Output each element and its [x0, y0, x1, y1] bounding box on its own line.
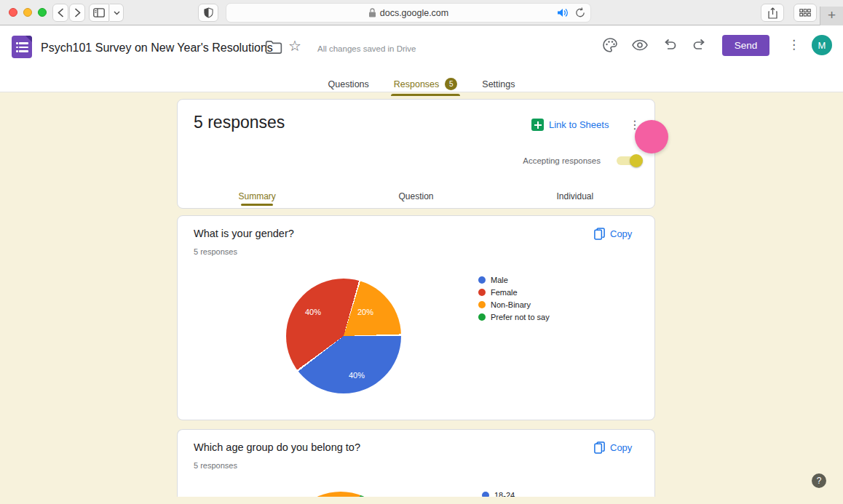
accepting-responses-label: Accepting responses [523, 156, 601, 165]
legend-item: Non-Binary [478, 300, 550, 309]
question-title: What is your gender? [194, 228, 294, 239]
share-icon [768, 7, 777, 19]
chevron-down-icon [114, 11, 120, 15]
send-button[interactable]: Send [722, 35, 769, 56]
new-tab-button[interactable]: + [820, 7, 843, 25]
address-bar[interactable]: docs.google.com [226, 3, 591, 23]
gender-legend: Male Female Non-Binary Prefer not to say [478, 276, 550, 321]
subtab-question[interactable]: Question [336, 185, 495, 208]
kebab-icon: ⋮ [788, 38, 800, 52]
toggle-knob [630, 154, 643, 167]
legend-dot-female [478, 289, 486, 296]
undo-icon[interactable] [661, 36, 678, 54]
browser-toolbar: docs.google.com [0, 0, 843, 25]
app-window: docs.google.com [0, 0, 843, 504]
question-card-gender: What is your gender? 5 responses Copy 40… [177, 215, 655, 420]
url-text: docs.google.com [380, 8, 449, 18]
forward-button[interactable] [69, 4, 85, 22]
link-to-sheets-button[interactable]: Link to Sheets [531, 119, 609, 131]
preview-eye-icon[interactable] [631, 36, 649, 54]
header-kebab-menu[interactable]: ⋮ [788, 37, 805, 55]
responses-panel: 5 responses Link to Sheets ⋮ Accepting r… [177, 99, 655, 209]
close-window-button[interactable] [9, 8, 17, 17]
form-title[interactable]: Psych101 Survey on New Year's Resolution… [41, 41, 273, 55]
forms-logo-icon[interactable] [12, 36, 32, 58]
back-button[interactable] [52, 4, 68, 22]
question-response-count: 5 responses [194, 461, 237, 470]
shield-icon [204, 7, 213, 18]
slice-label-nonbinary: 20% [349, 308, 381, 316]
copy-icon [594, 228, 605, 240]
active-subtab-underline [241, 204, 273, 206]
legend-dot-nonbinary [478, 301, 486, 308]
tab-overview-button[interactable] [793, 4, 817, 22]
subtab-individual[interactable]: Individual [496, 185, 654, 208]
question-card-age: Which age group do you belong to? 5 resp… [177, 429, 655, 504]
star-icon[interactable]: ☆ [288, 37, 306, 55]
plus-icon: + [828, 7, 836, 23]
forms-header: Psych101 Survey on New Year's Resolution… [0, 25, 843, 92]
sidebar-icon [93, 8, 105, 17]
legend-item: Female [478, 288, 550, 297]
legend-item: Prefer not to say [478, 313, 550, 321]
folder-icon[interactable] [265, 39, 282, 56]
tab-settings[interactable]: Settings [482, 71, 515, 92]
viewport-bottom-strip [0, 497, 843, 504]
palette-icon[interactable] [601, 36, 619, 54]
response-view-tabs: Summary Question Individual [178, 185, 654, 208]
chevron-right-icon [74, 8, 82, 17]
question-mark-icon: ? [817, 476, 822, 486]
accepting-responses-toggle[interactable] [617, 156, 637, 165]
responses-total: 5 responses [194, 113, 285, 132]
tab-grid-icon [799, 9, 811, 17]
copy-chart-button[interactable]: Copy [594, 441, 632, 454]
saved-status[interactable]: All changes saved in Drive [317, 44, 416, 53]
copy-chart-button[interactable]: Copy [594, 228, 632, 240]
chevron-left-icon [57, 8, 65, 17]
question-response-count: 5 responses [194, 247, 237, 256]
reload-icon[interactable] [575, 7, 585, 18]
share-button[interactable] [761, 4, 784, 22]
copy-icon [594, 441, 605, 454]
active-tab-underline [391, 94, 461, 96]
privacy-report-button[interactable] [198, 4, 218, 22]
main-tabs: Questions Responses 5 Settings [0, 71, 843, 92]
zoom-window-button[interactable] [38, 8, 47, 17]
sidebar-dropdown-button[interactable] [110, 4, 124, 22]
responses-count-badge: 5 [445, 78, 457, 90]
audio-speaker-icon[interactable] [557, 8, 569, 17]
help-button[interactable]: ? [812, 473, 826, 488]
tab-responses[interactable]: Responses 5 [394, 71, 458, 92]
slice-label-female: 40% [297, 308, 329, 316]
sidebar-toggle-button[interactable] [89, 4, 109, 22]
tab-questions[interactable]: Questions [328, 71, 369, 92]
redo-icon[interactable] [691, 36, 708, 54]
sheets-icon [531, 119, 544, 131]
pink-click-marker [635, 120, 668, 153]
slice-label-male: 40% [341, 371, 373, 380]
legend-item: Male [478, 276, 550, 284]
legend-dot-prefer-not [478, 313, 486, 321]
minimize-window-button[interactable] [23, 8, 32, 17]
legend-dot-male [478, 276, 486, 284]
avatar[interactable]: M [812, 35, 832, 55]
subtab-summary[interactable]: Summary [178, 185, 336, 208]
question-title: Which age group do you belong to? [194, 441, 360, 453]
lock-icon [368, 8, 376, 17]
